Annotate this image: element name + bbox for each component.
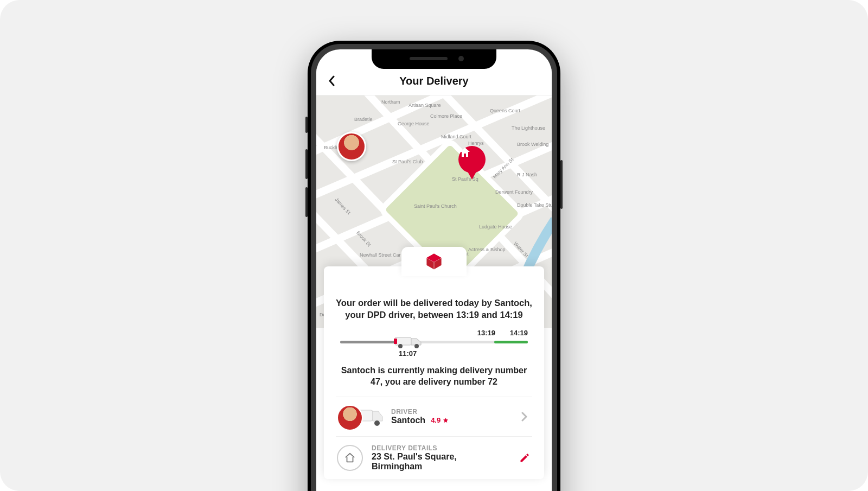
queue-status: Santoch is currently making delivery num… (336, 365, 532, 388)
van-marker (393, 334, 423, 349)
phone-volume-down (305, 187, 308, 217)
current-time: 11:07 (399, 349, 417, 358)
back-button[interactable] (324, 73, 340, 89)
phone-volume-up (305, 149, 308, 179)
driver-section-label: DRIVER (391, 408, 509, 416)
svg-point-15 (414, 344, 419, 348)
page-title: Your Delivery (399, 75, 468, 87)
pencil-icon (519, 452, 530, 463)
driver-rating: 4.9 (431, 416, 449, 424)
home-outline-icon (344, 452, 356, 464)
driver-name: Santoch (391, 416, 425, 425)
chevron-left-icon (328, 75, 336, 86)
home-icon (458, 146, 471, 159)
phone-mute-switch (305, 117, 308, 133)
svg-point-14 (398, 344, 403, 348)
phone-power-button (560, 160, 563, 209)
driver-avatar-icon (337, 405, 363, 431)
window-end-time: 14:19 (510, 329, 528, 337)
phone-screen: Your Delivery (316, 49, 552, 491)
dpd-cube-icon (425, 252, 443, 271)
svg-rect-13 (394, 339, 397, 344)
destination-pin[interactable] (458, 146, 486, 173)
app-header: Your Delivery (316, 67, 552, 95)
delivery-headline: Your order will be delivered today by Sa… (336, 297, 532, 321)
edit-button[interactable] (518, 451, 531, 464)
brand-logo-tab (401, 247, 467, 276)
delivery-status-card: Your order will be delivered today by Sa… (324, 266, 544, 479)
phone-notch (372, 49, 496, 69)
delivery-address: 23 St. Paul's Square, Birmingham (372, 452, 509, 471)
phone-frame: Your Delivery (308, 41, 560, 491)
svg-rect-12 (395, 337, 411, 345)
delivery-details-row[interactable]: DELIVERY DETAILS 23 St. Paul's Square, B… (336, 436, 532, 479)
star-icon (443, 417, 449, 423)
chevron-right-icon (518, 410, 531, 423)
delivery-section-label: DELIVERY DETAILS (372, 444, 509, 452)
svg-point-19 (374, 420, 380, 426)
driver-location-marker[interactable] (337, 132, 366, 161)
delivery-van-icon (393, 334, 423, 349)
driver-thumbnail (337, 405, 382, 429)
window-start-time: 13:19 (477, 329, 495, 337)
timeline-window (494, 341, 528, 343)
driver-row[interactable]: DRIVER Santoch 4.9 (336, 397, 532, 436)
address-icon-wrap (337, 445, 363, 471)
delivery-timeline: 13:19 14:19 11:07 (340, 333, 528, 359)
stage: Your Delivery (0, 0, 868, 491)
